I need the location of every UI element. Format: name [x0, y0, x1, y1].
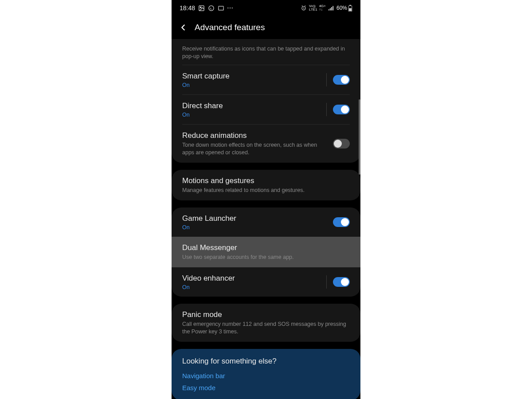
- phone-frame: 18:48 ⋯ Vo))LTE1 4G+↑↓ 60%: [172, 0, 360, 399]
- svg-rect-3: [218, 6, 223, 10]
- content-scroll[interactable]: Receive notifications as icons that can …: [172, 39, 360, 399]
- network-lte-label: Vo))LTE1: [309, 4, 317, 12]
- toggle-divider: [326, 103, 327, 116]
- network-4g-label: 4G+↑↓: [319, 4, 326, 12]
- link-easy-mode[interactable]: Easy mode: [182, 384, 350, 391]
- svg-point-1: [200, 7, 201, 8]
- reduce-anim-desc: Tone down motion effects on the screen, …: [182, 141, 328, 156]
- settings-card-apps: Game Launcher On Dual Messenger Use two …: [172, 207, 360, 297]
- direct-share-status: On: [182, 112, 321, 118]
- link-navigation-bar[interactable]: Navigation bar: [182, 372, 350, 379]
- notification-desc: Receive notifications as icons that can …: [172, 39, 360, 65]
- whatsapp-icon: [207, 4, 215, 12]
- toggle-divider: [326, 73, 327, 86]
- image-icon: [198, 4, 205, 12]
- svg-rect-7: [349, 8, 352, 11]
- mail-icon: [217, 4, 224, 12]
- app-bar: Advanced features: [172, 16, 360, 39]
- page-title: Advanced features: [195, 23, 265, 32]
- row-panic-mode[interactable]: Panic mode Call emergency number 112 and…: [172, 304, 360, 342]
- signal-icon: [328, 4, 335, 12]
- game-launcher-toggle[interactable]: [333, 217, 350, 227]
- svg-point-2: [208, 5, 213, 10]
- smart-capture-title: Smart capture: [182, 71, 321, 81]
- row-smart-capture[interactable]: Smart capture On: [172, 65, 360, 94]
- scrollbar-indicator[interactable]: [359, 99, 360, 175]
- settings-card-motions: Motions and gestures Manage features rel…: [172, 170, 360, 200]
- suggestion-card: Looking for something else? Navigation b…: [172, 349, 360, 399]
- video-enhancer-toggle[interactable]: [333, 277, 350, 287]
- suggestion-title: Looking for something else?: [182, 357, 350, 366]
- direct-share-title: Direct share: [182, 101, 321, 111]
- more-icon: ⋯: [227, 4, 234, 12]
- reduce-anim-title: Reduce animations: [182, 131, 328, 141]
- video-enhancer-title: Video enhancer: [182, 274, 321, 283]
- row-dual-messenger[interactable]: Dual Messenger Use two separate accounts…: [172, 237, 360, 267]
- settings-card-panic: Panic mode Call emergency number 112 and…: [172, 304, 360, 342]
- game-launcher-status: On: [182, 224, 328, 231]
- row-video-enhancer[interactable]: Video enhancer On: [172, 267, 360, 297]
- clock: 18:48: [180, 4, 195, 12]
- row-reduce-animations[interactable]: Reduce animations Tone down motion effec…: [172, 125, 360, 163]
- alarm-icon: [300, 4, 307, 12]
- settings-card-1: Receive notifications as icons that can …: [172, 39, 360, 163]
- dual-messenger-title: Dual Messenger: [182, 243, 350, 253]
- motions-desc: Manage features related to motions and g…: [182, 187, 350, 194]
- status-bar: 18:48 ⋯ Vo))LTE1 4G+↑↓ 60%: [172, 0, 360, 16]
- back-button[interactable]: [178, 22, 188, 33]
- toggle-divider: [326, 275, 327, 289]
- row-direct-share[interactable]: Direct share On: [172, 95, 360, 124]
- reduce-anim-toggle[interactable]: [333, 139, 350, 149]
- video-enhancer-status: On: [182, 284, 321, 290]
- row-game-launcher[interactable]: Game Launcher On: [172, 207, 360, 237]
- battery-indicator: 60%: [336, 5, 352, 12]
- smart-capture-toggle[interactable]: [333, 75, 350, 85]
- battery-text: 60%: [336, 5, 347, 11]
- direct-share-toggle[interactable]: [333, 105, 350, 114]
- smart-capture-status: On: [182, 82, 321, 88]
- status-right: Vo))LTE1 4G+↑↓ 60%: [300, 4, 352, 12]
- row-motions-gestures[interactable]: Motions and gestures Manage features rel…: [172, 170, 360, 200]
- panic-mode-title: Panic mode: [182, 310, 350, 320]
- game-launcher-title: Game Launcher: [182, 214, 328, 223]
- status-left: 18:48 ⋯: [180, 4, 234, 12]
- panic-mode-desc: Call emergency number 112 and send SOS m…: [182, 321, 350, 336]
- motions-title: Motions and gestures: [182, 176, 350, 186]
- dual-messenger-desc: Use two separate accounts for the same a…: [182, 254, 350, 261]
